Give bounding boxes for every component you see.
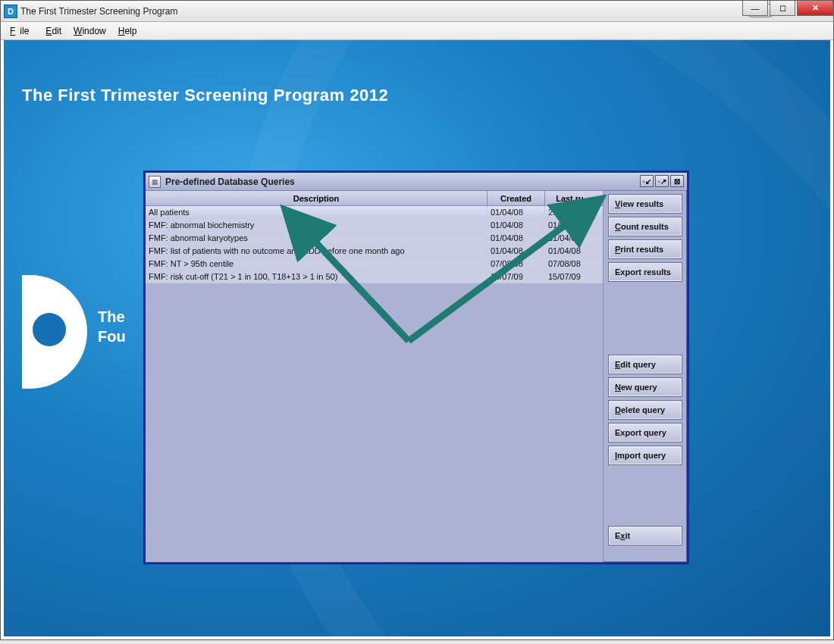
page-title: The First Trimester Screening Program 20…: [22, 86, 388, 105]
menu-file[interactable]: File: [5, 24, 38, 38]
close-button[interactable]: ✕: [797, 1, 833, 16]
button-column: View results Count results Print results…: [604, 191, 687, 562]
cell-created: 15/07/09: [488, 270, 545, 283]
inner-titlebar: ▦ Pre-defined Database Queries ▫↙ ▫↗ ⊠: [146, 173, 687, 191]
inner-window-controls: ▫↙ ▫↗ ⊠: [640, 175, 684, 187]
col-description[interactable]: Description: [146, 191, 488, 205]
window-controls: — ◻ ✕: [742, 1, 833, 16]
edit-query-button[interactable]: Edit query: [608, 355, 682, 374]
inner-window-icon: ▦: [149, 176, 161, 188]
svg-line-0: [287, 212, 409, 341]
cell-last-run: 21/05/15: [545, 206, 603, 218]
window-title: The First Trimester Screening Program: [20, 6, 177, 17]
cell-description: FMF: abnormal karyotypes: [146, 232, 488, 244]
exit-button[interactable]: Exit: [608, 526, 682, 546]
app-icon: D: [4, 5, 17, 18]
table-row[interactable]: FMF: NT > 95th centile07/08/0807/08/08: [146, 258, 603, 270]
client-area: The First Trimester Screening Program 20…: [4, 40, 830, 636]
menu-window[interactable]: Window: [69, 24, 111, 38]
logo-text-line1: The: [98, 307, 126, 327]
table-body: All patients01/04/0821/05/15FMF: abnorma…: [146, 206, 603, 283]
table-header: Description Created Last ru…: [146, 191, 603, 206]
new-query-button[interactable]: New query: [608, 377, 682, 397]
inner-body: Description Created Last ru… All patient…: [146, 191, 687, 562]
cell-last-run: 15/07/09: [545, 270, 603, 283]
table-row[interactable]: FMF: list of patients with no outcome an…: [146, 245, 603, 258]
cell-last-run: 07/08/08: [545, 258, 603, 270]
inner-maximize-icon[interactable]: ▫↗: [655, 175, 669, 187]
application-window: D The First Trimester Screening Program …: [0, 0, 834, 640]
maximize-button[interactable]: ◻: [770, 1, 795, 16]
export-query-button[interactable]: Export query: [608, 423, 682, 442]
inner-minimize-icon[interactable]: ▫↙: [640, 175, 654, 187]
cell-last-run: 01/04/08: [545, 232, 603, 244]
queries-window: ▦ Pre-defined Database Queries ▫↙ ▫↗ ⊠ D…: [143, 170, 689, 564]
cell-last-run: 01/04/08: [545, 245, 603, 257]
minimize-button[interactable]: —: [742, 1, 768, 16]
inner-close-icon[interactable]: ⊠: [670, 175, 684, 187]
inner-window-title: Pre-defined Database Queries: [165, 177, 295, 187]
col-last-run[interactable]: Last ru…: [545, 191, 603, 205]
cell-description: FMF: NT > 95th centile: [146, 258, 488, 270]
logo-icon: [22, 275, 87, 389]
cell-created: 01/04/08: [488, 232, 545, 244]
col-created[interactable]: Created: [488, 191, 545, 205]
delete-query-button[interactable]: Delete query: [608, 400, 682, 420]
export-results-button[interactable]: Export results: [608, 262, 682, 282]
table-row[interactable]: FMF: abnormal karyotypes01/04/0801/04/08: [146, 232, 603, 245]
cell-created: 01/04/08: [488, 206, 545, 218]
view-results-button[interactable]: View results: [608, 194, 682, 214]
logo-text: The Fou: [98, 307, 126, 346]
menu-edit[interactable]: Edit: [41, 24, 66, 38]
print-results-button[interactable]: Print results: [608, 239, 682, 259]
query-table: Description Created Last ru… All patient…: [146, 191, 604, 562]
outer-titlebar: D The First Trimester Screening Program …: [1, 1, 833, 22]
cell-description: FMF: risk cut-off (T21 > 1 in 100, T18+1…: [146, 270, 488, 283]
cell-last-run: 01/04/08: [545, 219, 603, 231]
annotation-arrows: [143, 170, 689, 564]
cell-created: 07/08/08: [488, 258, 545, 270]
table-row[interactable]: All patients01/04/0821/05/15: [146, 206, 603, 219]
cell-description: All patients: [146, 206, 488, 218]
menu-help[interactable]: Help: [114, 24, 142, 38]
table-row[interactable]: FMF: abnormal biochemistry01/04/0801/04/…: [146, 219, 603, 232]
table-row[interactable]: FMF: risk cut-off (T21 > 1 in 100, T18+1…: [146, 270, 603, 283]
svg-line-1: [409, 201, 598, 341]
import-query-button[interactable]: Import query: [608, 445, 682, 465]
logo-text-line2: Fou: [98, 327, 126, 346]
count-results-button[interactable]: Count results: [608, 217, 682, 236]
cell-created: 01/04/08: [488, 245, 545, 257]
cell-description: FMF: list of patients with no outcome an…: [146, 245, 488, 257]
logo: The Fou: [22, 275, 87, 389]
cell-created: 01/04/08: [488, 219, 545, 231]
menubar: File Edit Window Help: [1, 22, 833, 40]
cell-description: FMF: abnormal biochemistry: [146, 219, 488, 231]
